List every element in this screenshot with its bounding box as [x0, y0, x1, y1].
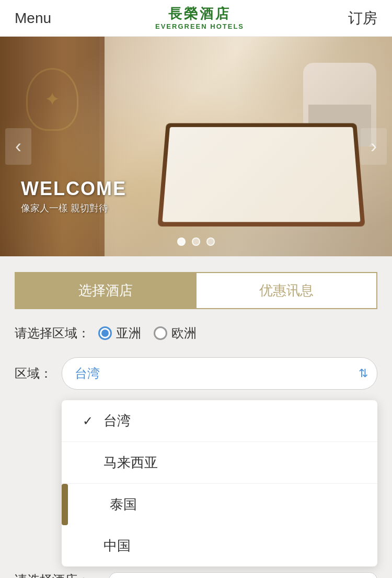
region-selector-label: 请选择区域： — [15, 325, 90, 342]
carousel-dot-3[interactable] — [206, 237, 215, 246]
radio-circle-asia[interactable] — [98, 326, 112, 340]
menu-button[interactable]: Menu — [15, 10, 51, 27]
tab-group: 选择酒店 优惠讯息 — [15, 272, 377, 309]
logo: 長榮酒店 EVERGREEN HOTELS — [155, 6, 244, 30]
radio-asia[interactable]: 亚洲 — [98, 325, 141, 342]
dropdown-label-taiwan: 台湾 — [103, 412, 131, 430]
radio-asia-label: 亚洲 — [116, 325, 141, 342]
logo-english: EVERGREEN HOTELS — [155, 22, 244, 30]
region-radio-group: 亚洲 欧洲 — [98, 325, 197, 342]
area-label: 区域： — [15, 365, 62, 382]
area-dropdown-menu: ✓ 台湾 马来西亚 泰国 中国 — [62, 400, 377, 566]
hotel-select-label: 请选择酒店： — [15, 572, 109, 578]
dropdown-item-china[interactable]: 中国 — [62, 525, 377, 566]
radio-europe-label: 欧洲 — [171, 325, 197, 342]
carousel-prev-button[interactable]: ‹ — [5, 128, 31, 165]
hotel-select[interactable] — [109, 572, 377, 578]
book-button[interactable]: 订房 — [348, 8, 377, 28]
hotel-select-wrapper: › — [109, 572, 377, 578]
main-content: 选择酒店 优惠讯息 请选择区域： 亚洲 欧洲 区域： 台湾 ⇅ ✓ 台湾 — [0, 256, 392, 578]
dropdown-item-thailand-row: 泰国 — [62, 484, 377, 525]
area-select-wrapper: 台湾 ⇅ — [62, 357, 377, 390]
radio-europe[interactable]: 欧洲 — [154, 325, 197, 342]
breakfast-tray — [157, 123, 365, 226]
carousel-next-button[interactable]: › — [361, 128, 387, 165]
radio-circle-europe[interactable] — [154, 326, 167, 340]
dropdown-item-thailand[interactable]: 泰国 — [68, 484, 377, 525]
tab-select-hotel[interactable]: 选择酒店 — [15, 272, 197, 309]
carousel-subtitle: 像家人一樣 親切對待 — [21, 202, 126, 214]
hero-carousel: WELCOME 像家人一樣 親切對待 ‹ › — [0, 37, 392, 256]
hotel-form-row: 请选择酒店： › — [15, 572, 377, 578]
area-form-row: 区域： 台湾 ⇅ — [15, 357, 377, 390]
carousel-dots — [177, 237, 215, 246]
check-icon-taiwan: ✓ — [83, 414, 95, 428]
green-bar-decoration — [62, 484, 68, 525]
dropdown-label-malaysia: 马来西亚 — [103, 454, 158, 472]
carousel-dot-1[interactable] — [177, 237, 186, 246]
area-select[interactable]: 台湾 — [62, 357, 377, 390]
dropdown-item-malaysia[interactable]: 马来西亚 — [62, 442, 377, 484]
region-selector-row: 请选择区域： 亚洲 欧洲 — [15, 325, 377, 342]
tab-promotions[interactable]: 优惠讯息 — [195, 272, 377, 309]
hotel-select-arrow-icon: › — [364, 573, 368, 578]
dropdown-label-china: 中国 — [103, 537, 131, 555]
carousel-welcome: WELCOME — [21, 178, 126, 200]
carousel-dot-2[interactable] — [192, 237, 200, 246]
logo-chinese: 長榮酒店 — [155, 6, 244, 22]
carousel-text: WELCOME 像家人一樣 親切對待 — [21, 178, 126, 214]
dropdown-label-thailand: 泰国 — [110, 495, 137, 514]
dropdown-item-taiwan[interactable]: ✓ 台湾 — [62, 400, 377, 442]
header: Menu 長榮酒店 EVERGREEN HOTELS 订房 — [0, 0, 392, 37]
